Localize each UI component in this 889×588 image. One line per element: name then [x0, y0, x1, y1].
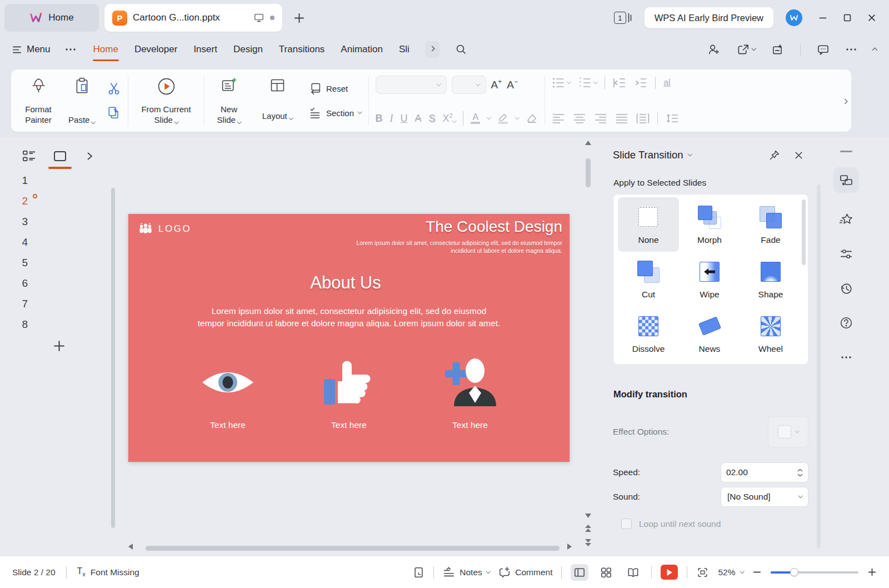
vertical-scrollbar-thumb[interactable] [586, 158, 591, 187]
search-button[interactable] [455, 43, 467, 56]
increase-indent-button[interactable] [634, 77, 647, 89]
close-panel-button[interactable] [793, 150, 804, 161]
increase-font-button[interactable]: A+ [491, 79, 502, 91]
font-color-button[interactable]: A [471, 113, 480, 124]
zoom-slider[interactable] [771, 568, 858, 577]
align-right-button[interactable] [594, 113, 607, 124]
transition-option-dissolve[interactable]: Dissolve [618, 307, 679, 361]
share-with-people-button[interactable] [708, 43, 721, 56]
distribute-text-button[interactable] [636, 113, 650, 124]
help-button[interactable] [833, 306, 859, 340]
scroll-up-button[interactable] [585, 140, 592, 146]
maximize-button[interactable] [842, 13, 852, 23]
collapse-ribbon-button[interactable] [873, 44, 877, 54]
more-menus-button[interactable] [65, 48, 76, 51]
transition-card-scrollbar[interactable] [802, 200, 806, 265]
cut-button[interactable] [107, 81, 121, 96]
previous-slide-button[interactable] [585, 525, 592, 532]
text-direction-button-truncated[interactable]: al [663, 78, 673, 88]
panel-scrollbar-track[interactable] [817, 185, 821, 549]
slideshow-play-button[interactable] [661, 565, 678, 580]
close-button[interactable] [867, 13, 877, 23]
numbered-list-button[interactable] [578, 77, 597, 89]
justify-button[interactable] [615, 113, 628, 124]
share-button[interactable] [737, 43, 756, 56]
font-name-select[interactable] [376, 76, 447, 94]
comment-button[interactable]: Comment [498, 566, 552, 578]
decrease-font-button[interactable]: A− [507, 79, 518, 91]
italic-button[interactable]: I [390, 113, 393, 124]
more-panels-button[interactable] [833, 340, 859, 375]
superscript-button[interactable]: X2 [443, 112, 456, 124]
bullet-list-button[interactable] [552, 77, 571, 89]
loop-checkbox[interactable] [621, 519, 632, 529]
tab-design[interactable]: Design [233, 42, 263, 57]
transition-option-wheel[interactable]: Wheel [740, 307, 801, 361]
reading-view-button[interactable] [624, 564, 642, 581]
comment-panel-button[interactable] [817, 43, 830, 56]
normal-view-button[interactable] [571, 564, 588, 581]
tab-transitions[interactable]: Transitions [278, 42, 326, 57]
line-spacing-button[interactable] [666, 113, 679, 124]
window-count-button[interactable]: 1 [614, 12, 632, 24]
underline-button[interactable]: U [401, 113, 408, 124]
pin-panel-button[interactable] [768, 150, 780, 161]
section-button[interactable]: Section [308, 106, 362, 120]
zoom-in-button[interactable] [867, 567, 877, 577]
transition-option-morph[interactable]: Morph [679, 197, 740, 252]
wps-ai-button[interactable]: WPS AI Early Bird Preview [645, 7, 773, 28]
more-options-button[interactable] [846, 48, 857, 51]
transition-option-none[interactable]: None [618, 197, 679, 252]
align-center-button[interactable] [573, 113, 586, 124]
thumbnails-scrollbar[interactable] [111, 188, 115, 528]
align-left-button[interactable] [552, 113, 565, 124]
reset-button[interactable]: Reset [308, 82, 362, 96]
transition-option-shape[interactable]: Shape [740, 252, 801, 306]
add-to-favorites-button[interactable] [771, 43, 784, 56]
tab-developer[interactable]: Developer [134, 42, 178, 57]
tabs-overflow-button[interactable] [425, 41, 439, 58]
properties-panel-button[interactable] [833, 237, 859, 271]
transition-panel-button[interactable] [833, 167, 859, 193]
bold-button[interactable]: B [376, 113, 383, 124]
notes-button[interactable]: Notes [443, 567, 490, 578]
zoom-out-button[interactable] [752, 567, 762, 577]
collapse-panel-handle[interactable] [840, 151, 852, 152]
transition-option-fade[interactable]: Fade [740, 197, 801, 252]
document-tab[interactable]: P Cartoon G...tion.pptx [104, 4, 282, 32]
scroll-right-button[interactable] [567, 543, 572, 550]
slide-editor[interactable]: LOGO The Coolest Design Lorem ipsum dolo… [128, 214, 570, 462]
highlight-color-button[interactable] [498, 113, 508, 124]
fit-slide-button[interactable] [696, 566, 709, 579]
chevron-down-icon[interactable] [487, 115, 491, 119]
speed-input[interactable] [726, 467, 797, 477]
paste-button[interactable]: Paste [66, 76, 98, 125]
main-menu-button[interactable]: Menu [12, 44, 51, 55]
history-panel-button[interactable] [833, 271, 859, 306]
layout-button[interactable]: Layout [257, 76, 298, 125]
transition-option-wipe[interactable]: Wipe [679, 252, 740, 306]
speed-spinner[interactable] [797, 469, 803, 477]
new-tab-button[interactable] [293, 12, 305, 24]
new-slide-button[interactable]: NewSlide [211, 76, 247, 125]
horizontal-scrollbar-thumb[interactable] [146, 546, 560, 551]
home-tab[interactable]: Home [4, 4, 99, 32]
panel-title-dropdown[interactable]: Slide Transition [613, 149, 692, 161]
slide-view-button[interactable] [51, 148, 69, 165]
slide-sorter-view-button[interactable] [597, 564, 615, 581]
minimize-button[interactable] [818, 13, 828, 23]
wps-account-avatar[interactable] [786, 9, 802, 26]
add-slide-button[interactable] [48, 339, 70, 353]
ribbon-scroll-right-button[interactable] [843, 96, 847, 106]
transition-option-cut[interactable]: Cut [618, 252, 679, 306]
tab-insert[interactable]: Insert [193, 42, 218, 57]
tab-home[interactable]: Home [93, 42, 119, 57]
sound-dropdown[interactable]: [No Sound] [721, 487, 808, 507]
clear-format-button[interactable] [526, 113, 538, 124]
monitor-icon[interactable] [253, 12, 264, 23]
outline-view-button[interactable] [21, 148, 38, 165]
font-size-select[interactable] [452, 76, 486, 94]
task-window-button[interactable] [413, 566, 424, 579]
slide-thumbnail-2-selected[interactable] [33, 194, 37, 198]
tab-slideshow-truncated[interactable]: Sli [398, 42, 410, 57]
